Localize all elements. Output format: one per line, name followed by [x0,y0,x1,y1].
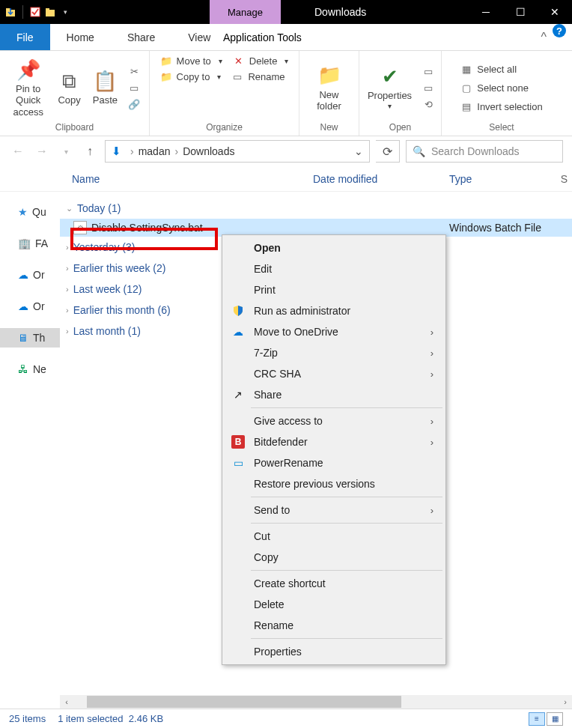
help-icon[interactable]: ? [553,24,566,37]
ctx-bitdefender[interactable]: BBitdefender› [224,431,444,452]
ctx-cut[interactable]: Cut [224,526,444,547]
breadcrumb-segment[interactable]: Downloads [183,145,234,157]
copy-to-button[interactable]: 📁Copy to▾ [157,70,225,84]
status-bar: 25 items 1 item selected 2.46 KB ≡ ▦ [0,709,572,728]
svg-rect-2 [31,7,40,16]
details-view-button[interactable]: ≡ [529,712,545,726]
move-to-button[interactable]: 📁Move to▾ [157,54,225,68]
ctx-7zip[interactable]: 7-Zip› [224,342,444,363]
ribbon: 📌Pin to Quick access ⧉Copy 📋Paste ✂ ▭ 🔗 … [0,51,572,136]
column-size[interactable]: S [561,173,572,185]
select-all-button[interactable]: ▦Select all [457,62,545,76]
new-folder-button[interactable]: 📁New folder [312,61,346,115]
tree-this-pc[interactable]: 🖥Th [0,328,60,348]
minimize-button[interactable]: ─ [469,0,503,24]
close-button[interactable]: ✕ [538,0,572,24]
address-bar[interactable]: ⬇ › madan › Downloads ⌄ [105,140,370,163]
ctx-separator [251,523,442,524]
select-none-button[interactable]: ▢Select none [457,81,545,95]
ctx-edit[interactable]: Edit [224,258,444,279]
open-icon[interactable]: ▭ [419,64,437,79]
new-group-label: New [320,122,338,134]
copy-button[interactable]: ⧉Copy [53,67,85,109]
refresh-button[interactable]: ⟳ [376,140,400,163]
title-bar: ▾ Manage Downloads ─ ☐ ✕ [0,0,572,24]
column-headers[interactable]: Name Date modified Type S [0,166,572,192]
ctx-restore-previous-versions[interactable]: Restore previous versions [224,473,444,494]
scroll-left-icon[interactable]: ‹ [60,695,73,709]
navigation-tree[interactable]: ★Qu 🏢FA ☁Or ☁Or 🖥Th 🖧Ne [0,192,60,701]
manage-tab[interactable]: Manage [210,0,281,24]
tree-quick-access[interactable]: ★Qu [0,202,60,222]
tree-favorites[interactable]: 🏢FA [0,234,60,253]
tab-row: File Home Share View Application Tools ^… [0,24,572,51]
qat-properties-icon[interactable] [29,6,41,18]
group-today[interactable]: ⌄Today (1) [60,198,572,219]
ctx-print[interactable]: Print [224,279,444,300]
breadcrumb-segment[interactable]: madan [139,145,171,157]
shield-icon [231,304,245,318]
scroll-right-icon[interactable]: › [559,695,572,709]
rename-button[interactable]: ▭Rename [228,70,287,84]
file-name: Disable SettingSync.bat [91,222,203,234]
back-button[interactable]: ← [9,142,27,160]
column-name[interactable]: Name [72,173,313,185]
qat-newfolder-icon[interactable] [44,6,56,18]
column-type[interactable]: Type [449,173,561,185]
cut-icon[interactable]: ✂ [125,64,143,79]
ctx-run-as-administrator[interactable]: Run as administrator [224,300,444,321]
ctx-properties[interactable]: Properties [224,641,444,662]
forward-button[interactable]: → [33,142,51,160]
copy-path-icon[interactable]: ▭ [125,81,143,95]
ctx-give-access-to[interactable]: Give access to› [224,410,444,431]
address-dropdown-icon[interactable]: ⌄ [354,145,363,157]
tree-onedrive[interactable]: ☁Or [0,265,60,285]
horizontal-scrollbar[interactable]: ‹ › [60,695,572,709]
ctx-crc-sha[interactable]: CRC SHA› [224,363,444,384]
scroll-thumb[interactable] [87,696,401,708]
ctx-separator [251,570,442,571]
invert-selection-button[interactable]: ▤Invert selection [457,100,545,114]
ctx-open[interactable]: Open [224,237,444,258]
edit-icon[interactable]: ▭ [419,81,437,95]
chevron-right-icon: › [430,327,433,338]
tree-onedrive[interactable]: ☁Or [0,297,60,316]
maximize-button[interactable]: ☐ [503,0,538,24]
application-tools-tab[interactable]: Application Tools [210,24,315,51]
downloads-folder-icon: ⬇ [112,145,121,158]
ctx-copy[interactable]: Copy [224,547,444,568]
ctx-share[interactable]: ↗Share [224,384,444,405]
delete-button[interactable]: ✕Delete▾ [230,54,292,68]
ctx-send-to[interactable]: Send to› [224,500,444,521]
pin-to-quick-access-button[interactable]: 📌Pin to Quick access [6,55,50,121]
file-tab[interactable]: File [0,24,50,50]
properties-button[interactable]: ✔Properties▾ [363,62,416,114]
svg-rect-3 [46,10,55,16]
qat-dropdown-icon[interactable]: ▾ [59,6,71,18]
status-selection: 1 item selected 2.46 KB [58,713,163,724]
chevron-right-icon: › [430,416,433,427]
search-input[interactable]: 🔍 Search Downloads [406,140,563,163]
tree-network[interactable]: 🖧Ne [0,360,60,379]
share-tab[interactable]: Share [111,24,171,50]
history-icon[interactable]: ⟲ [419,97,437,112]
up-button[interactable]: ↑ [81,142,99,160]
paste-button[interactable]: 📋Paste [88,67,122,109]
bitdefender-icon: B [231,435,245,449]
ctx-create-shortcut[interactable]: Create shortcut [224,573,444,594]
chevron-right-icon: › [430,505,433,516]
home-tab[interactable]: Home [50,24,111,50]
paste-shortcut-icon[interactable]: 🔗 [125,97,143,112]
ctx-move-to-onedrive[interactable]: ☁Move to OneDrive› [224,321,444,342]
column-date-modified[interactable]: Date modified [313,173,449,185]
ctx-delete[interactable]: Delete [224,594,444,615]
status-item-count: 25 items [9,713,46,724]
thumbnails-view-button[interactable]: ▦ [547,712,563,726]
ctx-separator [251,497,442,497]
recent-dropdown[interactable]: ▾ [57,142,75,160]
collapse-ribbon-icon[interactable]: ^ [535,24,553,50]
ctx-separator [251,407,442,408]
ctx-rename[interactable]: Rename [224,615,444,636]
chevron-right-icon: › [430,437,433,448]
ctx-powerrename[interactable]: ▭PowerRename [224,452,444,473]
